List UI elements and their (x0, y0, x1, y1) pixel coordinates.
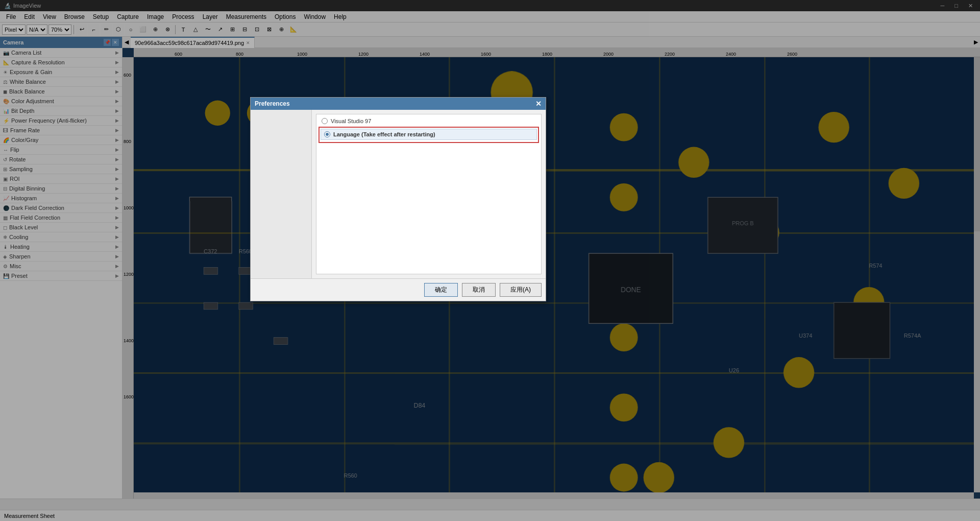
ok-button[interactable]: 确定 (424, 283, 458, 297)
apply-button[interactable]: 应用(A) (500, 283, 542, 297)
lang-section-title: Language (Take effect after restarting) (321, 129, 537, 140)
modal-body: Visual Studio 97 Language (Take effect a… (251, 110, 546, 278)
modal-scroll-inner: Visual Studio 97 Language (Take effect a… (318, 116, 539, 143)
modal-main-content: Visual Studio 97 Language (Take effect a… (312, 110, 546, 278)
lang-section-radio[interactable] (324, 131, 330, 137)
modal-close-btn[interactable]: ✕ (535, 100, 542, 108)
cancel-button[interactable]: 取消 (462, 283, 496, 297)
vs-label: Visual Studio 97 (331, 118, 371, 124)
modal-title-text: Preferences (255, 100, 290, 107)
preferences-dialog: Preferences ✕ Visual Studio 97 (250, 97, 546, 301)
vs-radio[interactable] (322, 118, 328, 124)
lang-section-label: Language (Take effect after restarting) (333, 131, 435, 137)
modal-overlay: Preferences ✕ Visual Studio 97 (0, 0, 980, 521)
vs-item: Visual Studio 97 (318, 116, 539, 126)
modal-nav (251, 110, 312, 278)
modal-scroll-area[interactable]: Visual Studio 97 Language (Take effect a… (316, 114, 542, 274)
modal-titlebar: Preferences ✕ (251, 98, 546, 110)
lang-section: Language (Take effect after restarting) (318, 127, 539, 143)
modal-footer: 确定 取消 应用(A) (251, 278, 546, 301)
